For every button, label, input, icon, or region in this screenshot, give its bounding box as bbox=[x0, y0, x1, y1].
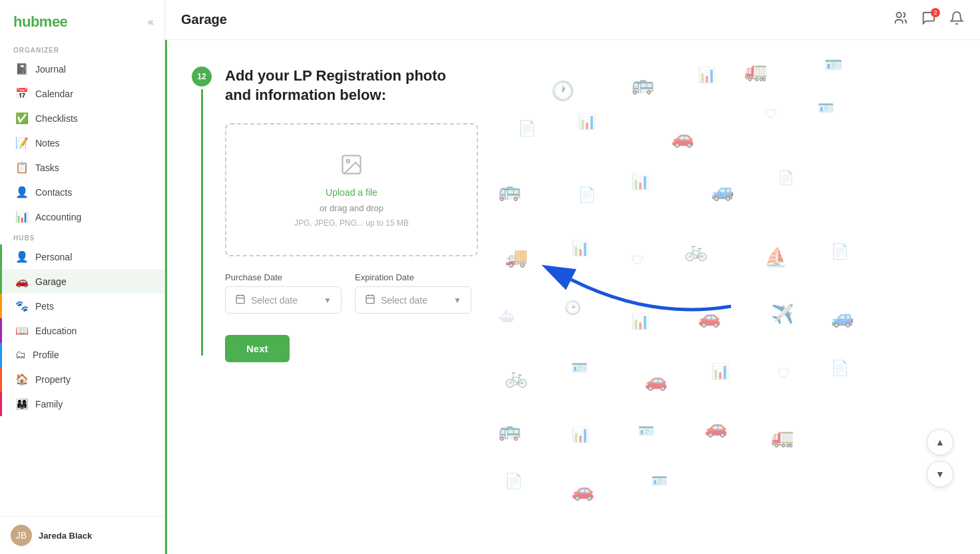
sidebar-header: hubmee « bbox=[0, 0, 164, 41]
form-area: 12 Add your LP Registration photo and in… bbox=[165, 40, 980, 554]
expiration-date-select[interactable]: Select date ▼ bbox=[355, 286, 471, 314]
upload-area[interactable]: Upload a file or drag and drop JPG, JPEG… bbox=[225, 123, 478, 256]
purchase-date-field: Purchase Date Select date ▼ bbox=[225, 272, 342, 314]
content-area: 12 Add your LP Registration photo and in… bbox=[165, 40, 980, 554]
bell-icon[interactable] bbox=[949, 11, 964, 29]
hubs-section-label: HUBS bbox=[0, 229, 164, 244]
purchase-date-placeholder: Select date bbox=[251, 295, 318, 306]
family-icon: 👨‍👩‍👧 bbox=[15, 398, 29, 410]
sidebar-footer: JB Jareda Black bbox=[0, 516, 164, 554]
garage-icon: 🚗 bbox=[15, 275, 29, 288]
scroll-controls: ▲ ▼ bbox=[927, 429, 953, 487]
main-content: Garage 2 12 bbox=[165, 0, 980, 554]
sidebar-item-calendar[interactable]: 📅 Calendar bbox=[0, 81, 164, 106]
notification-badge: 2 bbox=[931, 8, 940, 17]
upload-or-text: or drag and drop bbox=[320, 203, 383, 213]
svg-rect-3 bbox=[236, 296, 244, 304]
sidebar-item-personal[interactable]: 👤 Personal bbox=[0, 244, 164, 269]
topbar: Garage 2 bbox=[165, 0, 980, 40]
topbar-icons: 2 bbox=[893, 11, 964, 29]
sidebar-item-profile[interactable]: 🗂 Profile bbox=[0, 343, 164, 367]
organizer-section-label: ORGANIZER bbox=[0, 41, 164, 57]
expiration-date-placeholder: Select date bbox=[381, 295, 448, 306]
step-content: Add your LP Registration photo and infor… bbox=[225, 67, 478, 362]
sidebar-item-property[interactable]: 🏠 Property bbox=[0, 367, 164, 392]
journal-icon: 📓 bbox=[15, 63, 29, 75]
purchase-date-label: Purchase Date bbox=[225, 272, 342, 282]
upload-icon bbox=[340, 152, 364, 182]
notes-icon: 📝 bbox=[15, 137, 29, 149]
sidebar: hubmee « ORGANIZER 📓 Journal 📅 Calendar … bbox=[0, 0, 165, 554]
sidebar-item-journal[interactable]: 📓 Journal bbox=[0, 57, 164, 81]
sidebar-item-tasks[interactable]: 📋 Tasks bbox=[0, 155, 164, 180]
education-icon: 📖 bbox=[15, 324, 29, 337]
expiration-date-label: Expiration Date bbox=[355, 272, 471, 282]
step-heading: Add your LP Registration photo and infor… bbox=[225, 67, 478, 105]
upload-hint: JPG, JPEG, PNG... up to 15 MB bbox=[294, 218, 409, 228]
personal-icon: 👤 bbox=[15, 250, 29, 263]
accounting-icon: 📊 bbox=[15, 210, 29, 223]
calendar-icon: 📅 bbox=[15, 87, 29, 100]
scroll-up-button[interactable]: ▲ bbox=[927, 429, 953, 455]
svg-point-2 bbox=[347, 159, 350, 162]
step-circle: 12 bbox=[192, 67, 212, 87]
calendar-icon-expiration bbox=[365, 294, 375, 306]
sidebar-item-family[interactable]: 👨‍👩‍👧 Family bbox=[0, 392, 164, 416]
user-name: Jareda Black bbox=[39, 531, 92, 541]
expiration-date-field: Expiration Date Select date ▼ bbox=[355, 272, 471, 314]
hubs-nav: 👤 Personal 🚗 Garage 🐾 Pets 📖 Education 🗂… bbox=[0, 244, 164, 416]
property-icon: 🏠 bbox=[15, 373, 29, 386]
svg-point-0 bbox=[897, 13, 901, 17]
page-title: Garage bbox=[181, 12, 227, 27]
tasks-icon: 📋 bbox=[15, 161, 29, 174]
collapse-button[interactable]: « bbox=[148, 16, 154, 28]
organizer-nav: 📓 Journal 📅 Calendar ✅ Checklists 📝 Note… bbox=[0, 57, 164, 229]
upload-link[interactable]: Upload a file bbox=[326, 187, 377, 198]
profile-icon: 🗂 bbox=[15, 349, 26, 361]
contacts-icon: 👤 bbox=[15, 186, 29, 198]
people-icon[interactable] bbox=[893, 11, 908, 29]
svg-rect-7 bbox=[366, 296, 374, 304]
sidebar-item-notes[interactable]: 📝 Notes bbox=[0, 131, 164, 155]
avatar: JB bbox=[11, 525, 32, 546]
pets-icon: 🐾 bbox=[15, 300, 29, 312]
next-button[interactable]: Next bbox=[225, 335, 290, 362]
expiration-date-chevron: ▼ bbox=[453, 296, 461, 305]
chat-icon[interactable]: 2 bbox=[921, 11, 936, 29]
scroll-down-button[interactable]: ▼ bbox=[927, 461, 953, 487]
checklists-icon: ✅ bbox=[15, 112, 29, 125]
sidebar-item-accounting[interactable]: 📊 Accounting bbox=[0, 204, 164, 229]
sidebar-item-checklists[interactable]: ✅ Checklists bbox=[0, 106, 164, 131]
purchase-date-chevron: ▼ bbox=[324, 296, 332, 305]
sidebar-item-contacts[interactable]: 👤 Contacts bbox=[0, 180, 164, 204]
step-indicator: 12 Add your LP Registration photo and in… bbox=[192, 67, 953, 362]
purchase-date-select[interactable]: Select date ▼ bbox=[225, 286, 342, 314]
calendar-icon-purchase bbox=[235, 294, 246, 306]
date-row: Purchase Date Select date ▼ Expiration D… bbox=[225, 272, 478, 314]
sidebar-item-pets[interactable]: 🐾 Pets bbox=[0, 294, 164, 318]
logo: hubmee bbox=[13, 13, 67, 31]
sidebar-item-garage[interactable]: 🚗 Garage bbox=[0, 269, 164, 294]
sidebar-item-education[interactable]: 📖 Education bbox=[0, 318, 164, 343]
